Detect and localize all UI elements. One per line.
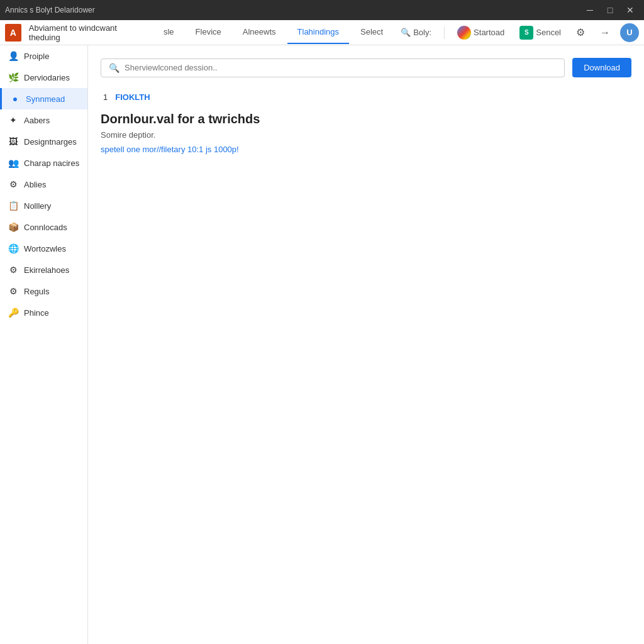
section-description: Somire deptior. <box>101 130 631 140</box>
sencel-label: Sencel <box>536 28 561 37</box>
download-button[interactable]: Download <box>572 58 631 77</box>
section-link[interactable]: spetell one mor//filetary 10:1 js 1000p! <box>101 145 239 154</box>
sidebar-label-ekirrelahoes: Ekirrelahoes <box>24 265 69 275</box>
search-input[interactable] <box>125 63 557 72</box>
settings2-icon: ⚙ <box>8 264 19 275</box>
search-magnifier-icon: 🔍 <box>109 63 119 73</box>
title-bar: Annics s Bolyt Delaridower ─ □ ✕ <box>0 0 644 20</box>
sidebar-item-charap-nacires[interactable]: 👥 Charap nacires <box>0 152 87 174</box>
search-icon: 🔍 <box>401 28 411 37</box>
app-logo: A <box>5 24 21 42</box>
image-icon: 🖼 <box>8 136 19 147</box>
leaf-icon: 🌿 <box>8 72 19 83</box>
header-actions: 🔍 Boly: Startoad S Sencel ⚙ → U <box>396 23 639 42</box>
settings-button[interactable]: ⚙ <box>571 24 590 41</box>
startoad-label: Startoad <box>474 28 504 37</box>
tab-alneewts[interactable]: Alneewts <box>233 21 286 44</box>
forward-button[interactable]: → <box>595 25 615 41</box>
tab-tlahindings[interactable]: Tlahindings <box>287 21 350 44</box>
circle-icon: ● <box>9 93 21 104</box>
main-layout: 👤 Proiple 🌿 Derviodaries ● Synnmead ✦ Aa… <box>0 45 644 644</box>
search-label: Boly: <box>413 28 431 37</box>
annotation-number: 1 <box>103 92 108 102</box>
sidebar-item-nolllery[interactable]: 📋 Nolllery <box>0 195 87 216</box>
star-icon: ✦ <box>8 114 19 126</box>
sidebar-item-reguls[interactable]: ⚙ Reguls <box>0 280 87 302</box>
sidebar-item-synnmead[interactable]: ● Synnmead <box>0 88 87 109</box>
search-box[interactable]: 🔍 <box>101 58 565 77</box>
sidebar-label-derviodaries: Derviodaries <box>24 73 70 82</box>
sidebar-item-designtnarges[interactable]: 🖼 Designtnarges <box>0 131 87 152</box>
sidebar-label-nolllery: Nolllery <box>24 201 51 211</box>
group-icon: 👥 <box>8 157 19 169</box>
app-bar: A Abviament to windcwant theduing sle Fl… <box>0 20 644 45</box>
content-section: Dornlour.val for a twrichds Somire depti… <box>101 112 631 154</box>
sidebar-item-wortozwles[interactable]: 🌐 Wortozwles <box>0 238 87 259</box>
close-button[interactable]: ✕ <box>621 1 639 19</box>
sidebar-label-synnmead: Synnmead <box>26 94 65 104</box>
sidebar-item-derviodaries[interactable]: 🌿 Derviodaries <box>0 67 87 88</box>
user-icon: 👤 <box>8 50 19 62</box>
list-icon: 📋 <box>8 200 19 211</box>
key-icon: 🔑 <box>8 307 19 318</box>
sencel-icon: S <box>519 26 533 40</box>
search-bar-header[interactable]: 🔍 Boly: <box>396 25 436 40</box>
sidebar: 👤 Proiple 🌿 Derviodaries ● Synnmead ✦ Aa… <box>0 45 88 644</box>
sidebar-label-designtnarges: Designtnarges <box>24 137 77 147</box>
sidebar-label-connlocads: Connlocads <box>24 223 67 232</box>
sidebar-label-phince: Phince <box>24 308 49 318</box>
maximize-button[interactable]: □ <box>601 1 619 19</box>
sidebar-label-proiple: Proiple <box>24 52 49 61</box>
sencel-button[interactable]: S Sencel <box>514 23 566 42</box>
globe-icon: 🌐 <box>8 243 19 254</box>
sidebar-item-ablies[interactable]: ⚙ Ablies <box>0 174 87 195</box>
window-title: Annics s Bolyt Delaridower <box>5 6 95 14</box>
gear2-icon: ⚙ <box>8 179 19 190</box>
annotation-label: FIOKLTH <box>115 92 150 102</box>
sidebar-item-proiple[interactable]: 👤 Proiple <box>0 45 87 67</box>
minimize-button[interactable]: ─ <box>581 1 599 19</box>
tab-sle[interactable]: sle <box>153 21 184 44</box>
sidebar-label-wortozwles: Wortozwles <box>24 244 66 253</box>
startoad-button[interactable]: Startoad <box>452 23 509 42</box>
sidebar-item-aabers[interactable]: ✦ Aabers <box>0 109 87 131</box>
sidebar-label-reguls: Reguls <box>24 287 49 296</box>
sidebar-label-aabers: Aabers <box>24 116 50 125</box>
sidebar-label-charap-nacires: Charap nacires <box>24 158 79 168</box>
tab-flevice[interactable]: Flevice <box>186 21 231 44</box>
search-area: 🔍 Download <box>101 58 631 77</box>
main-content: 🔍 Download 1 FIOKLTH Dornlour.val for a … <box>88 45 644 644</box>
sidebar-item-phince[interactable]: 🔑 Phince <box>0 302 87 323</box>
sidebar-item-ekirrelahoes[interactable]: ⚙ Ekirrelahoes <box>0 259 87 280</box>
google-icon <box>457 26 471 40</box>
tab-bar: sle Flevice Alneewts Tlahindings Select <box>153 21 393 44</box>
tab-select[interactable]: Select <box>350 21 393 44</box>
box-icon: 📦 <box>8 221 19 233</box>
settings3-icon: ⚙ <box>8 286 19 297</box>
divider-1 <box>444 26 445 39</box>
section-title: Dornlour.val for a twrichds <box>101 112 631 126</box>
sidebar-item-connlocads[interactable]: 📦 Connlocads <box>0 216 87 238</box>
sidebar-label-ablies: Ablies <box>24 180 46 189</box>
avatar[interactable]: U <box>620 23 639 42</box>
breadcrumb: Abviament to windcwant theduing <box>29 23 141 42</box>
